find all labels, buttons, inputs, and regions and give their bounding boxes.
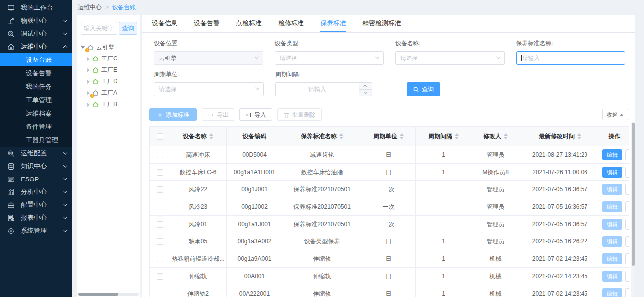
sidebar-item-系统管理[interactable]: 系统管理: [0, 224, 72, 237]
sidebar-item-工器具管理[interactable]: 工器具管理: [0, 133, 72, 147]
vertical-scrollbar[interactable]: [631, 122, 635, 297]
tree-node-工厂B[interactable]: 工厂B: [81, 99, 137, 110]
more-button[interactable]: 更多: [625, 288, 629, 297]
breadcrumb-item-parent[interactable]: 运维中心: [78, 3, 102, 12]
vertical-scrollbar-thumb[interactable]: [632, 123, 635, 266]
sidebar-item-配置中心[interactable]: 配置中心: [0, 198, 72, 211]
export-button[interactable]: 导出: [202, 108, 234, 121]
edit-button[interactable]: 编辑: [602, 253, 622, 264]
cell-device-code: 00g1a1J001: [227, 216, 283, 233]
tree-node-工厂D[interactable]: 工厂D: [81, 76, 137, 87]
tab-保养标准[interactable]: 保养标准: [320, 15, 346, 32]
tab-点检标准[interactable]: 点检标准: [236, 15, 262, 32]
sidebar-item-ESOP[interactable]: ESOP: [0, 173, 72, 185]
tree-search-button[interactable]: 查询: [119, 22, 137, 35]
more-button[interactable]: 更多: [625, 201, 629, 212]
edit-button[interactable]: 编辑: [602, 184, 622, 195]
sidebar-item-报表中心[interactable]: 报表中心: [0, 211, 72, 224]
row-checkbox[interactable]: [157, 273, 163, 280]
row-checkbox[interactable]: [157, 256, 163, 262]
sort-icon[interactable]: [455, 133, 459, 139]
sidebar-item-备件管理[interactable]: 备件管理: [0, 120, 72, 133]
collapse-button[interactable]: 收起: [602, 109, 628, 120]
caret-collapsed-icon[interactable]: [87, 57, 90, 61]
device-location-select[interactable]: 云引擎: [154, 51, 263, 65]
table-header-cell-modifier[interactable]: 修改人: [471, 127, 520, 146]
sidebar-item-运维档案[interactable]: 运维档案: [0, 107, 72, 120]
stepper-down-button[interactable]: [359, 90, 372, 96]
caret-collapsed-icon[interactable]: [87, 91, 90, 95]
caret-collapsed-icon[interactable]: [87, 68, 90, 72]
row-checkbox[interactable]: [157, 291, 163, 297]
tab-设备告警[interactable]: 设备告警: [194, 15, 220, 32]
tree-node-工厂A[interactable]: !工厂A: [81, 87, 137, 99]
sidebar-item-分析中心[interactable]: 分析中心: [0, 185, 72, 198]
sidebar-item-物联中心[interactable]: 物联中心: [0, 14, 72, 27]
more-button[interactable]: 更多: [625, 271, 629, 282]
edit-button[interactable]: 编辑: [602, 149, 622, 160]
device-name-select[interactable]: 请选择: [395, 51, 505, 65]
sidebar-item-我的工作台[interactable]: 我的工作台: [0, 1, 72, 14]
select-all-checkbox[interactable]: [157, 133, 163, 140]
import-button[interactable]: 导入: [239, 108, 272, 121]
sort-icon[interactable]: [504, 133, 508, 139]
table-header-cell-cycle-interval[interactable]: 周期间隔: [416, 127, 471, 146]
tree-node-工厂C[interactable]: 工厂C: [81, 53, 137, 64]
sidebar-item-调试中心[interactable]: 调试中心: [0, 27, 72, 40]
tab-设备信息[interactable]: 设备信息: [152, 15, 177, 32]
table-header-cell-standard-name[interactable]: 保养标准名称: [283, 127, 361, 146]
row-checkbox[interactable]: [157, 221, 163, 228]
standard-name-input[interactable]: 请输入: [516, 51, 626, 65]
caret-expanded-icon[interactable]: [81, 46, 85, 49]
more-button[interactable]: 更多: [625, 253, 629, 264]
sidebar-item-我的任务[interactable]: 我的任务: [0, 80, 72, 93]
row-checkbox[interactable]: [157, 204, 163, 210]
batch-delete-button[interactable]: 批量删除: [277, 108, 322, 121]
row-checkbox[interactable]: [157, 152, 163, 158]
tab-精密检测标准[interactable]: 精密检测标准: [362, 15, 401, 32]
device-type-select[interactable]: 请选择: [275, 51, 384, 65]
more-button[interactable]: 更多: [625, 184, 629, 195]
edit-button[interactable]: 编辑: [602, 271, 622, 282]
tree-search-input[interactable]: 输入关键字: [81, 22, 117, 35]
sidebar-item-设备台账[interactable]: 设备台账: [0, 53, 72, 66]
column-label: 保养标准名称: [301, 132, 337, 141]
table-header-cell-device-name[interactable]: 设备名称: [170, 127, 227, 146]
edit-button[interactable]: 编辑: [602, 219, 622, 230]
cycle-interval-input[interactable]: 请输入: [275, 82, 372, 96]
tab-检修标准[interactable]: 检修标准: [278, 15, 304, 32]
edit-button[interactable]: 编辑: [602, 201, 622, 212]
tree-node-工厂E[interactable]: 工厂E: [81, 64, 137, 76]
sort-icon[interactable]: [209, 133, 213, 139]
sort-icon[interactable]: [339, 133, 343, 139]
row-checkbox[interactable]: [157, 186, 163, 193]
edit-button[interactable]: 编辑: [602, 167, 622, 178]
stepper-up-button[interactable]: [359, 83, 372, 90]
tree-node-云引擎[interactable]: !云引擎: [81, 42, 137, 53]
more-button[interactable]: 更多: [625, 167, 629, 178]
table-header-cell-modified-at[interactable]: 最新修改时间: [520, 127, 600, 146]
query-button[interactable]: 查询: [407, 82, 440, 96]
table-header-cell-cycle-unit[interactable]: 周期单位: [361, 127, 416, 146]
horizontal-scrollbar[interactable]: [78, 293, 139, 296]
horizontal-scrollbar-thumb[interactable]: [78, 293, 118, 296]
edit-button[interactable]: 编辑: [602, 236, 622, 247]
more-button[interactable]: 更多: [625, 236, 629, 247]
row-checkbox[interactable]: [157, 169, 163, 176]
sidebar-item-运维配置[interactable]: 运维配置: [0, 147, 72, 160]
sort-icon[interactable]: [577, 133, 581, 139]
row-checkbox[interactable]: [157, 238, 163, 245]
sidebar-item-运维中心[interactable]: 运维中心: [0, 40, 72, 53]
sidebar-item-设备告警[interactable]: 设备告警: [0, 66, 72, 80]
sort-icon[interactable]: [400, 133, 404, 139]
cycle-unit-select[interactable]: 请选择: [154, 82, 264, 96]
more-button[interactable]: 更多: [625, 219, 629, 230]
add-standard-button[interactable]: 添加标准: [149, 108, 197, 121]
more-button[interactable]: 更多: [625, 149, 629, 160]
sidebar-item-工单管理[interactable]: 工单管理: [0, 93, 72, 107]
cell-device-name: 热卷箱前辊道冷却...: [170, 250, 227, 267]
caret-collapsed-icon[interactable]: [87, 103, 90, 107]
caret-collapsed-icon[interactable]: [87, 80, 90, 84]
edit-button[interactable]: 编辑: [602, 288, 622, 297]
sidebar-item-知识中心[interactable]: 知识中心: [0, 160, 72, 173]
